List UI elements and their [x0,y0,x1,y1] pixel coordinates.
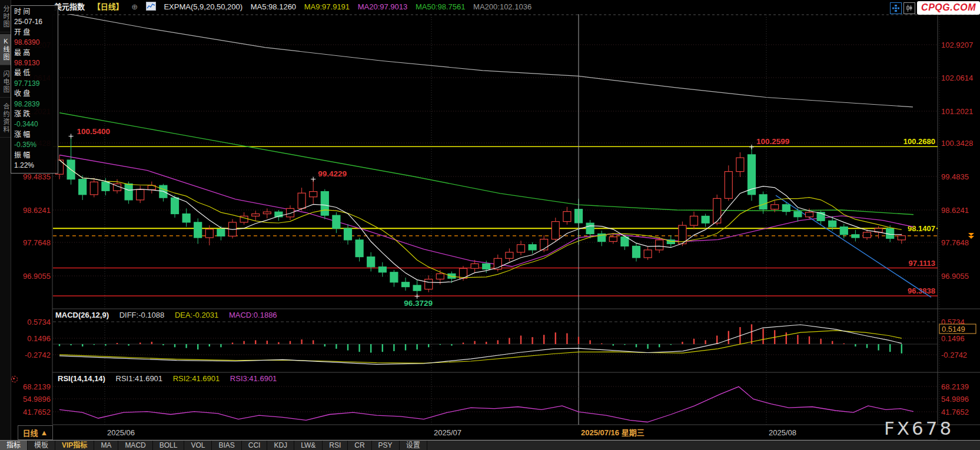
svg-text:101.2021: 101.2021 [941,107,973,116]
tab-vol[interactable]: VOL [184,441,212,450]
svg-text:96.3729: 96.3729 [404,299,433,308]
svg-text:96.9055: 96.9055 [941,272,969,281]
svg-text:54.9896: 54.9896 [941,395,969,404]
candle-body [402,282,410,287]
period-selector-label: 日线 [23,427,38,438]
ma5-value: MA5:98.1260 [251,2,296,11]
candlestick-view-icon[interactable] [903,2,915,14]
rsi-indicator-header[interactable]: RSI(14,14,14) RSI1:41.6901 RSI2:41.6901 … [58,374,285,383]
svg-text:97.1113: 97.1113 [908,259,935,268]
rsi-name: RSI(14,14,14) [58,374,105,383]
candle-body [690,216,698,225]
candle-body [633,246,640,258]
sidebar-tab-kline[interactable]: K线图 [0,34,12,65]
tab-psy[interactable]: PSY [372,441,400,450]
candle-body [310,192,317,197]
candle-body [413,285,421,291]
sidebar-tab-contract-info[interactable]: 合约资料 [0,99,12,138]
svg-text:98.6241: 98.6241 [23,206,51,215]
tab-boll[interactable]: BOLL [153,441,185,450]
ohlc-info-panel: 时 间 25-07-16 开 盘 98.6390 最 高 98.9130 最 低… [11,5,58,174]
fx678-watermark: FX678 [884,418,954,439]
candle-body [263,212,271,214]
macd-indicator-header[interactable]: MACD(26,12,9) DIFF:-0.1088 DEA:-0.2031 M… [55,311,285,319]
candle-body [586,223,594,234]
add-indicator-icon[interactable]: ⊕ [131,2,138,11]
candle-body [898,236,905,240]
info-value-close: 98.2839 [14,99,58,109]
tab-macd[interactable]: MACD [118,441,152,450]
svg-text:0.1496: 0.1496 [941,334,965,343]
period-label[interactable]: 【日线】 [93,2,124,11]
rsi-settings-icon[interactable] [11,376,18,382]
info-label-high: 最 高 [14,48,58,58]
svg-text:0.1496: 0.1496 [27,334,51,343]
info-label-amplitude: 振 幅 [14,151,58,161]
svg-text:100.5400: 100.5400 [77,127,110,136]
candle-body [552,222,559,239]
candle-body [321,192,328,216]
info-label-close: 收 盘 [14,89,58,99]
ma200-line [56,12,913,107]
brand-logo[interactable]: CPQG.COM [917,1,980,15]
candle-body [125,184,132,200]
period-selector[interactable]: 日线 ▲ [18,425,53,440]
tab-vip-indicator[interactable]: VIP指标 [55,441,94,450]
symbol-name[interactable]: 美元指数 [54,2,85,11]
candle-body [736,158,744,172]
candle-body [171,198,179,214]
svg-text:98.1407: 98.1407 [908,224,935,233]
svg-text:2025/06: 2025/06 [107,428,135,437]
info-value-time: 25-07-16 [14,17,58,27]
macd-name: MACD(26,12,9) [55,311,109,319]
tab-cr[interactable]: CR [348,441,371,450]
tab-kdj[interactable]: KDJ [267,441,294,450]
chevron-up-icon: ▲ [41,428,48,437]
candle-body [217,229,225,236]
candle-body [794,212,802,217]
candle-body [529,245,536,250]
tab-cci[interactable]: CCI [242,441,268,450]
top-indicator-bar: 美元指数 【日线】 ⊕ EXPMA(5,9,20,50,200) MA5:98.… [0,0,980,14]
tab-bias[interactable]: BIAS [212,441,241,450]
svg-text:97.7648: 97.7648 [941,238,969,247]
tab-indicator[interactable]: 指标 [0,441,28,450]
candle-body [436,274,444,279]
candle-body [656,240,663,250]
svg-text:2025/07/16 星期三: 2025/07/16 星期三 [581,428,645,437]
sidebar-tab-lightning[interactable]: 闪电图 [0,67,12,98]
candle-body [840,227,848,235]
candle-body [471,264,479,268]
sidebar-tab-timeshare[interactable]: 分时图 [0,2,12,32]
svg-text:-0.2742: -0.2742 [941,351,967,359]
candle-body [702,216,709,223]
tab-template[interactable]: 模板 [28,441,55,450]
svg-text:68.2139: 68.2139 [23,382,51,391]
svg-text:2025/08: 2025/08 [769,428,796,437]
rsi3-value: RSI3:41.6901 [230,374,277,383]
tab-rsi[interactable]: RSI [323,441,348,450]
rsi-line [59,386,913,422]
tab-ma[interactable]: MA [94,441,118,450]
candle-body [852,235,859,238]
svg-text:97.7648: 97.7648 [23,238,51,247]
price-arrow-icon [968,236,974,239]
topbar-right-tools: CPQG.COM [890,1,980,15]
layout-move-icon[interactable] [890,2,902,14]
tab-settings[interactable]: 设置 [400,441,427,450]
info-value-low: 97.7139 [14,79,58,89]
svg-text:54.9896: 54.9896 [23,395,51,404]
tab-lwr[interactable]: LW& [294,441,323,450]
info-value-open: 98.6390 [14,38,58,48]
candle-body [252,214,260,216]
macd-dea-value: DEA:-0.2031 [175,311,218,319]
info-value-high: 98.9130 [14,58,58,68]
svg-text:100.3428: 100.3428 [941,139,973,148]
info-label-time: 时 间 [14,7,58,17]
macd-hist-value: MACD:0.1886 [229,311,277,319]
line-chart-icon[interactable] [146,2,156,11]
candle-body [425,279,433,289]
app-window: 102.9207102.9207102.0614102.0614101.2021… [0,0,980,450]
candle-body [298,193,305,208]
candle-body [182,214,190,222]
